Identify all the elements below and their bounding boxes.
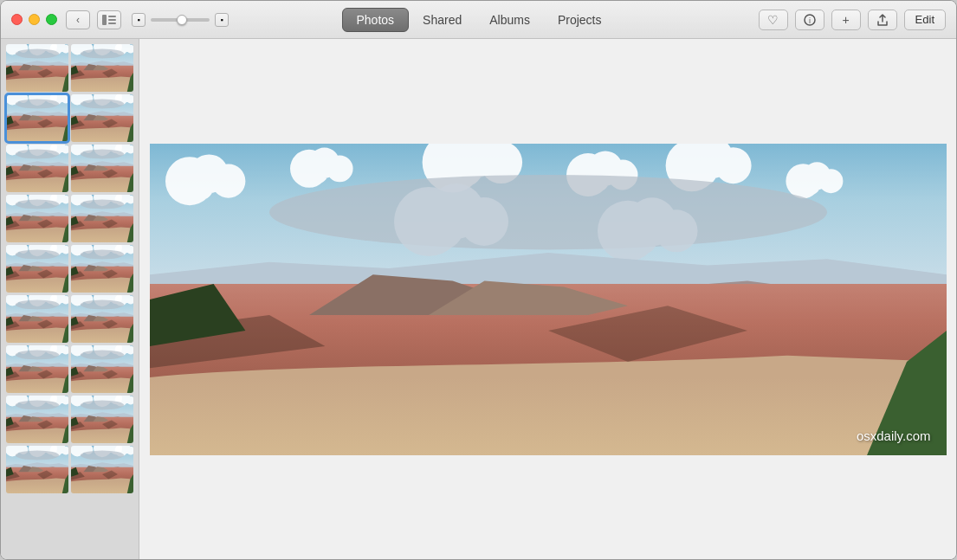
add-button[interactable]: + <box>831 10 861 30</box>
back-button[interactable]: ‹ <box>66 10 90 29</box>
thumbnail-item[interactable] <box>6 345 68 393</box>
main-photo-container: osxdaily.com <box>150 144 947 455</box>
zoom-slider[interactable] <box>151 18 210 22</box>
thumbnail-item[interactable] <box>71 345 133 393</box>
thumbnail-row <box>6 195 133 242</box>
toolbar-right: ♡ i + Edit <box>759 10 946 30</box>
thumbnail-item[interactable] <box>6 245 68 293</box>
thumbnail-row <box>6 446 133 493</box>
thumbnail-item[interactable] <box>71 245 133 293</box>
info-button[interactable]: i <box>795 10 824 30</box>
thumbnail-item[interactable] <box>6 446 68 493</box>
thumbnail-row <box>6 44 133 92</box>
thumbnail-item[interactable] <box>6 44 68 92</box>
thumbnail-item[interactable] <box>71 396 133 443</box>
zoom-slider-area: ▪ ▪ <box>132 13 229 27</box>
minimize-button[interactable] <box>29 14 40 25</box>
tab-projects[interactable]: Projects <box>544 9 616 31</box>
thumbnail-row <box>6 245 133 293</box>
app-window: ‹ ▪ ▪ Photos Shared Albums Projects <box>0 0 957 560</box>
nav-tabs: Photos Shared Albums Projects <box>341 8 615 32</box>
zoom-out-icon: ▪ <box>132 13 145 27</box>
close-button[interactable] <box>11 14 23 25</box>
thumbnail-row <box>6 396 133 443</box>
titlebar: ‹ ▪ ▪ Photos Shared Albums Projects <box>1 1 956 39</box>
sidebar-toggle-button[interactable] <box>97 10 121 29</box>
thumbnail-item[interactable] <box>71 44 133 92</box>
thumbnail-row <box>6 295 133 343</box>
zoom-in-icon: ▪ <box>215 13 229 27</box>
thumbnail-item[interactable] <box>71 94 133 142</box>
navigation-buttons: ‹ <box>66 10 90 29</box>
thumbnail-row <box>6 94 133 142</box>
thumbnail-sidebar <box>1 39 139 559</box>
svg-rect-2 <box>108 19 116 21</box>
thumbnail-row <box>6 145 133 192</box>
thumbnail-row <box>6 345 133 393</box>
svg-text:i: i <box>809 16 811 25</box>
thumbnail-item[interactable] <box>71 145 133 192</box>
tab-albums[interactable]: Albums <box>475 9 544 31</box>
svg-rect-3 <box>108 23 116 24</box>
heart-button[interactable]: ♡ <box>759 10 788 30</box>
thumbnail-item[interactable] <box>6 94 68 142</box>
thumbnail-item[interactable] <box>71 295 133 343</box>
maximize-button[interactable] <box>46 14 57 25</box>
svg-rect-0 <box>102 15 107 25</box>
thumbnail-item[interactable] <box>6 145 68 192</box>
tab-shared[interactable]: Shared <box>409 9 475 31</box>
thumbnail-item[interactable] <box>71 446 133 493</box>
main-photo <box>150 144 947 455</box>
svg-rect-1 <box>108 16 116 17</box>
thumbnail-item[interactable] <box>6 295 68 343</box>
main-content: osxdaily.com <box>1 39 956 559</box>
edit-button[interactable]: Edit <box>904 10 946 30</box>
photo-area: osxdaily.com <box>139 39 956 559</box>
share-button[interactable] <box>868 10 897 30</box>
thumbnail-item[interactable] <box>71 195 133 242</box>
thumbnail-item[interactable] <box>6 396 68 443</box>
tab-photos[interactable]: Photos <box>341 8 409 32</box>
thumbnail-item[interactable] <box>6 195 68 242</box>
traffic-lights <box>11 14 57 25</box>
